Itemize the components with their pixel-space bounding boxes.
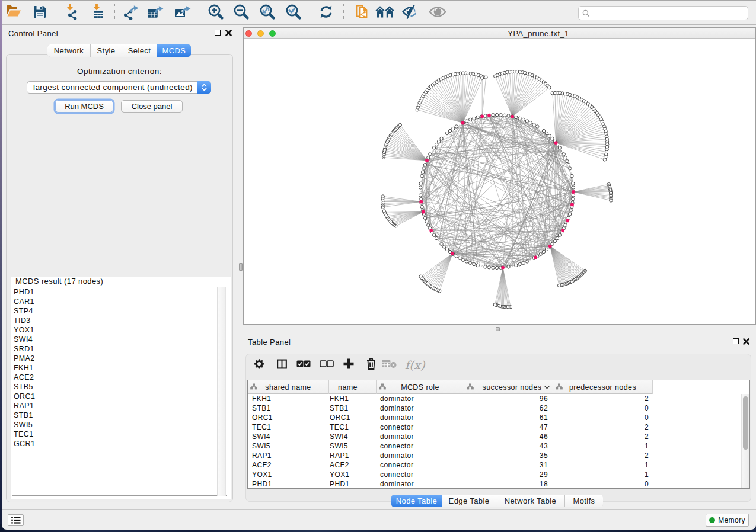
table-panel-float-icon[interactable] (733, 338, 739, 344)
mcds-result-item[interactable]: STP4 (14, 306, 35, 316)
vertical-split-handle[interactable] (239, 263, 243, 271)
export-network-button[interactable] (122, 4, 140, 22)
table-row[interactable]: FKH1FKH1dominator962 (248, 394, 749, 403)
mcds-result-item[interactable]: STB5 (14, 382, 35, 392)
mcds-result-item[interactable]: YOX1 (14, 325, 35, 335)
export-image-button[interactable] (173, 4, 191, 22)
gear-button[interactable] (251, 357, 267, 373)
add-icon (343, 358, 355, 372)
table-row[interactable]: TEC1TEC1connector472 (248, 422, 749, 432)
table-row[interactable]: ORC1ORC1dominator610 (248, 413, 749, 422)
mcds-result-item[interactable]: PHD1 (14, 287, 35, 297)
column-header-name[interactable]: name (329, 380, 377, 394)
vertical-split-divider[interactable] (239, 25, 243, 509)
traffic-close-icon[interactable] (245, 30, 252, 37)
column-header-shared-name[interactable]: shared name (248, 380, 329, 394)
mcds-result-item[interactable]: SWI5 (14, 420, 35, 430)
hide-details-button[interactable] (402, 4, 420, 22)
unselect-all-icon (320, 360, 334, 370)
table-row[interactable]: SWI5SWI5connector431 (248, 441, 749, 451)
import-network-button[interactable] (63, 4, 81, 22)
table-scrollbar-thumb[interactable] (743, 396, 748, 450)
table-row[interactable]: SWI4SWI4dominator462 (248, 432, 749, 441)
mcds-result-item[interactable]: TID3 (14, 316, 35, 325)
run-mcds-button[interactable]: Run MCDS (55, 100, 113, 113)
column-header-MCDS-role[interactable]: MCDS role (377, 380, 464, 394)
add-button[interactable] (341, 357, 356, 373)
export-table-button[interactable] (146, 4, 164, 22)
mcds-result-item[interactable]: FKH1 (14, 363, 35, 373)
search-box[interactable] (578, 6, 748, 20)
cell-mcds_role: dominator (380, 403, 414, 413)
mcds-result-item[interactable]: RAP1 (14, 401, 35, 411)
shared-column-icon (467, 383, 474, 390)
control-panel-float-icon[interactable] (215, 30, 221, 36)
mcds-result-item[interactable]: ORC1 (14, 392, 35, 401)
horizontal-split-handle[interactable] (496, 327, 500, 331)
mcds-result-item[interactable]: SRD1 (14, 344, 35, 354)
table-row[interactable]: PHD1PHD1dominator180 (248, 479, 749, 489)
tab-style[interactable]: Style (91, 44, 122, 57)
cell-name: SWI5 (330, 441, 348, 451)
show-details-button[interactable] (429, 4, 446, 22)
traffic-zoom-icon[interactable] (269, 30, 276, 37)
horizontal-split-divider[interactable] (243, 325, 756, 334)
mcds-result-scrollbar[interactable] (217, 287, 226, 496)
refresh-button[interactable] (317, 4, 335, 22)
tab-node-table[interactable]: Node Table (391, 495, 442, 507)
network-canvas[interactable] (244, 39, 755, 324)
column-header-successor-nodes[interactable]: successor nodes (464, 380, 553, 394)
cell-successor_nodes: 46 (464, 432, 548, 441)
panel-list-button[interactable] (8, 514, 24, 526)
table-scrollbar[interactable] (741, 394, 749, 488)
unselect-all-button[interactable] (319, 357, 334, 373)
tab-motifs[interactable]: Motifs (565, 495, 603, 507)
mcds-result-item[interactable]: TEC1 (14, 430, 35, 439)
overview-button[interactable] (376, 4, 394, 22)
open-folder-button[interactable] (5, 4, 23, 22)
mcds-result-item[interactable]: PMA2 (14, 354, 35, 363)
control-panel-close-icon[interactable] (225, 30, 232, 36)
zoom-fit-button[interactable] (259, 4, 276, 22)
zoom-in-button[interactable] (207, 4, 225, 22)
zoom-selected-button[interactable] (285, 4, 302, 22)
tab-edge-table[interactable]: Edge Table (442, 495, 496, 507)
mcds-result-item[interactable]: ACE2 (14, 373, 35, 382)
search-icon (582, 9, 590, 17)
tab-network-table[interactable]: Network Table (496, 495, 565, 507)
cell-successor_nodes: 29 (464, 470, 548, 479)
table-row[interactable]: RAP1RAP1dominator352 (248, 451, 749, 460)
column-header-predecessor-nodes[interactable]: predecessor nodes (553, 380, 653, 394)
mcds-result-item[interactable]: CAR1 (14, 297, 35, 306)
table-panel-close-icon[interactable] (743, 338, 749, 345)
criterion-dropdown[interactable]: largest connected component (undirected) (27, 81, 211, 94)
show-details-icon (429, 4, 446, 23)
zoom-out-button[interactable] (232, 4, 250, 22)
tab-select[interactable]: Select (122, 44, 157, 57)
save-button[interactable] (31, 4, 49, 22)
criterion-dropdown-value: largest connected component (undirected) (33, 83, 205, 92)
overview-icon (375, 4, 394, 23)
cell-shared_name: SWI5 (252, 441, 270, 451)
tab-mcds[interactable]: MCDS (157, 44, 191, 57)
control-panel-title: Control Panel (8, 29, 58, 38)
memory-button[interactable]: Memory (706, 514, 749, 527)
duplicate-network-button[interactable] (353, 4, 371, 22)
cell-mcds_role: connector (380, 441, 413, 451)
mcds-result-item[interactable]: STB1 (14, 411, 35, 420)
mcds-result-list[interactable]: PHD1CAR1STP4TID3YOX1SWI4SRD1PMA2FKH1ACE2… (14, 287, 35, 448)
close-panel-button[interactable]: Close panel (121, 100, 183, 113)
traffic-minimize-icon[interactable] (257, 30, 264, 37)
delete-button[interactable] (363, 357, 379, 373)
select-all-button[interactable] (296, 357, 311, 373)
table-row[interactable]: ACE2ACE2connector311 (248, 460, 749, 470)
mcds-result-item[interactable]: GCR1 (14, 439, 35, 448)
table-row[interactable]: YOX1YOX1connector291 (248, 470, 749, 479)
columns-button[interactable] (274, 357, 289, 373)
mcds-result-item[interactable]: SWI4 (14, 335, 35, 344)
tab-network[interactable]: Network (47, 44, 91, 57)
import-table-button[interactable] (90, 4, 107, 22)
search-input[interactable] (590, 8, 748, 18)
table-row[interactable]: STB1STB1dominator620 (248, 403, 749, 413)
network-window-titlebar[interactable]: YPA_prune.txt_1 (244, 28, 755, 39)
